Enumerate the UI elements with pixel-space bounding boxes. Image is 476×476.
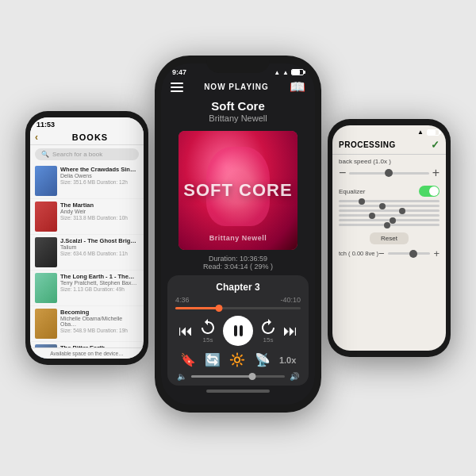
phone-left: 11:53 ‹ BOOKS 🔍 Search for a book Where … — [25, 111, 148, 365]
eq-bar-row[interactable] — [339, 214, 440, 217]
book-info: Where the Crawdads Sin… Delia Owens Size… — [60, 166, 139, 185]
book-info: The Long Earth - 1 - The… Terry Pratchet… — [60, 273, 139, 292]
book-info: Becoming Michelle Obama/Michelle Oba… Si… — [60, 309, 139, 333]
book-meta: Size: 351.6 MB Duration: 12h — [60, 179, 139, 185]
wifi-icon: ▲ — [282, 69, 289, 76]
eq-bar-row[interactable] — [339, 200, 440, 202]
center-nav-bar: NOW PLAYING 📖 — [161, 76, 315, 98]
replay-wrapper: 15s — [199, 318, 217, 344]
book-open-icon[interactable]: 📖 — [290, 79, 305, 94]
pitch-minus-button[interactable]: − — [378, 248, 385, 259]
book-meta: Size: 1.13 GB Duration: 49h — [60, 286, 139, 292]
skip-back-wrapper: ⏮ — [178, 323, 193, 340]
playback-progress-bar[interactable] — [175, 307, 301, 309]
toggle-knob — [429, 186, 439, 196]
list-item[interactable]: The Long Earth - 1 - The… Terry Pratchet… — [30, 271, 144, 306]
search-bar[interactable]: 🔍 Search for a book — [35, 148, 139, 160]
pitch-label: tch ( 0.00 8ve ) — [339, 250, 378, 257]
book-cover-4 — [35, 273, 57, 303]
play-pause-button[interactable] — [223, 316, 253, 346]
volume-thumb[interactable] — [248, 373, 255, 380]
book-meta: Size: 634.6 MB Duration: 11h — [60, 251, 139, 256]
bookmark-button[interactable]: 🔖 — [180, 352, 196, 367]
book-title: Becoming — [60, 309, 139, 316]
pitch-slider[interactable] — [388, 252, 431, 255]
phone-right: ▲ PROCESSING ✓ back speed (1.0x ) − + — [328, 119, 451, 357]
eq-bar-row[interactable] — [339, 205, 440, 207]
back-chevron-icon[interactable]: ‹ — [35, 132, 38, 143]
center-time: 9:47 — [172, 68, 186, 76]
replay-button[interactable] — [199, 318, 217, 336]
volume-fill — [191, 375, 252, 378]
eq-bar-row[interactable] — [339, 219, 440, 221]
speed-slider[interactable] — [349, 172, 428, 175]
now-playing-label: NOW PLAYING — [204, 83, 269, 91]
eq-bar-track[interactable] — [339, 224, 440, 226]
eq-bar-row[interactable] — [339, 224, 440, 226]
speed-section: back speed (1.0x ) − + — [332, 155, 446, 184]
search-icon: 🔍 — [41, 151, 49, 158]
eq-bar-track[interactable] — [339, 209, 440, 212]
skip-forward-button[interactable]: ⏭ — [283, 323, 298, 340]
airplay-button[interactable]: 📡 — [255, 352, 271, 367]
list-item[interactable]: Becoming Michelle Obama/Michelle Oba… Si… — [30, 306, 144, 342]
album-art-title: SOFT CORE — [183, 181, 292, 200]
pause-bar — [234, 325, 237, 336]
eq-bar-track[interactable] — [339, 214, 440, 217]
home-indicator[interactable] — [206, 390, 270, 393]
duration-total: Duration: 10:36:59 — [161, 255, 315, 263]
speed-button[interactable]: 1.0x — [279, 355, 296, 365]
left-time: 11:53 — [36, 121, 55, 129]
main-controls: ⏮ 15s — [175, 316, 301, 346]
book-cover-1 — [35, 166, 57, 196]
right-header: PROCESSING ✓ — [332, 137, 446, 155]
chapter-label: Chapter 3 — [175, 282, 301, 293]
volume-slider[interactable] — [191, 375, 285, 378]
eq-bars-container — [332, 198, 446, 230]
book-author: Terry Pratchett, Stephen Bax… — [60, 280, 139, 286]
hamburger-line — [171, 86, 183, 88]
right-status-bar: ▲ — [332, 125, 446, 137]
speed-minus-button[interactable]: − — [339, 167, 346, 179]
pitch-control-row: tch ( 0.00 8ve ) − + — [332, 247, 446, 260]
pause-icon — [234, 325, 243, 336]
speed-plus-button[interactable]: + — [432, 167, 440, 179]
skip-back-button[interactable]: ⏮ — [178, 323, 193, 340]
progress-thumb[interactable] — [216, 305, 223, 312]
forward-label: 15s — [263, 336, 274, 344]
reset-button[interactable]: Reset — [370, 232, 409, 244]
search-placeholder: Search for a book — [52, 151, 102, 158]
menu-button[interactable] — [171, 83, 183, 92]
equalizer-toggle[interactable] — [419, 186, 440, 197]
book-meta: Size: 313.8 MB Duration: 10h — [60, 215, 139, 221]
book-info: The Martian Andy Weir Size: 313.8 MB Dur… — [60, 202, 139, 221]
volume-high-icon: 🔊 — [290, 372, 299, 381]
list-item[interactable]: J.Scalzi - The Ghost Brig… Talium Size: … — [30, 235, 144, 271]
books-title: BOOKS — [41, 132, 139, 142]
left-header: ‹ BOOKS — [30, 130, 144, 145]
duration-info: Duration: 10:36:59 Read: 3:04:14 ( 29% ) — [161, 255, 315, 271]
phone-center-screen: 9:47 ▲ ▲ NOW PLAYING 📖 — [161, 63, 315, 405]
book-author: Talium — [60, 244, 139, 250]
eq-bar-track[interactable] — [339, 219, 440, 221]
processing-title: PROCESSING — [339, 140, 396, 149]
forward-button[interactable] — [259, 318, 277, 336]
eq-bar-track[interactable] — [339, 205, 440, 207]
list-item[interactable]: Where the Crawdads Sin… Delia Owens Size… — [30, 163, 144, 199]
book-title: Where the Crawdads Sin… — [60, 166, 139, 173]
equalizer-label: Equalizer — [339, 188, 365, 195]
eq-bar-row[interactable] — [339, 209, 440, 212]
player-panel: Chapter 3 4:36 -40:10 ⏮ — [167, 275, 309, 386]
brightness-button[interactable]: 🔆 — [229, 352, 245, 367]
eq-bar-track[interactable] — [339, 200, 440, 202]
time-elapsed: 4:36 — [175, 296, 190, 304]
pitch-plus-button[interactable]: + — [433, 248, 440, 259]
equalizer-header: Equalizer — [332, 184, 446, 198]
duration-read: Read: 3:04:14 ( 29% ) — [161, 263, 315, 271]
confirm-icon[interactable]: ✓ — [431, 139, 440, 151]
phone-right-screen: ▲ PROCESSING ✓ back speed (1.0x ) − + — [332, 125, 446, 351]
list-item[interactable]: The Martian Andy Weir Size: 313.8 MB Dur… — [30, 199, 144, 235]
phone-center: 9:47 ▲ ▲ NOW PLAYING 📖 — [155, 56, 321, 413]
status-icons: ▲ ▲ — [274, 69, 304, 76]
refresh-button[interactable]: 🔄 — [205, 352, 221, 367]
